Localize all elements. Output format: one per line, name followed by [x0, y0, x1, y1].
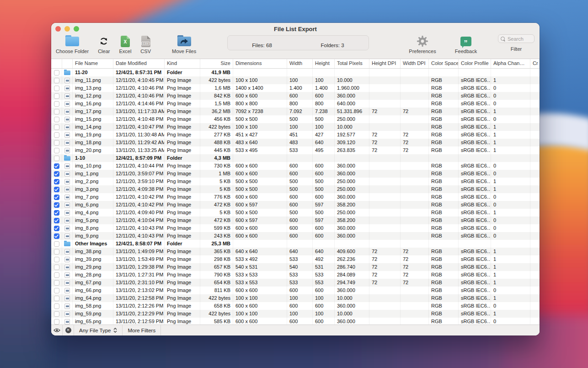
row-checkbox[interactable] [54, 93, 59, 99]
clear-filter-button[interactable]: ✕ [63, 325, 74, 336]
table-row-folder[interactable]: 1-1012/4/21, 8:57:09 PMFolder4,3 MB [51, 154, 540, 162]
more-filters-button[interactable]: More Filters [123, 325, 161, 336]
row-checkbox[interactable] [54, 303, 59, 309]
column-header-alpha_channels[interactable]: Alpha Chan… [491, 59, 530, 68]
row-checkbox[interactable] [54, 249, 59, 254]
row-checkbox[interactable] [54, 109, 59, 114]
table-row-file[interactable]: img_13.png12/11/20, 4:10:46 PMPng Image1… [51, 84, 540, 92]
row-checkbox[interactable] [54, 202, 59, 208]
row-checkbox[interactable] [54, 195, 59, 200]
file-type-dropdown[interactable]: Any File Type [74, 325, 123, 336]
column-header-size[interactable]: Size [200, 59, 233, 68]
table-row-folder[interactable]: Other Images12/4/21, 8:58:07 PMFolder25,… [51, 240, 540, 248]
column-header-created[interactable]: Cr [530, 59, 540, 68]
column-header-height_dpi[interactable]: Height DPI [369, 59, 401, 68]
table-row-file[interactable]: img_8.png12/11/20, 4:10:43 PMPng Image59… [51, 224, 540, 232]
row-checkbox[interactable] [54, 272, 59, 278]
row-checkbox[interactable] [54, 140, 59, 146]
search-input[interactable] [507, 36, 532, 42]
table-row-file[interactable]: img_17.png13/11/20, 11:17:33 AMPng Image… [51, 108, 540, 115]
table-row-file[interactable]: img_2.png12/11/20, 3:59:10 PMPng Image5 … [51, 178, 540, 185]
row-checkbox[interactable] [54, 210, 59, 216]
column-header-date[interactable]: Date Modified [113, 59, 165, 68]
search-field[interactable] [498, 34, 535, 43]
column-header-color_profile[interactable]: Color Profile [459, 59, 491, 68]
csv-export-button[interactable]: CSV CSV [140, 35, 151, 54]
column-header-width[interactable]: Width [287, 59, 313, 68]
row-checkbox[interactable] [54, 124, 59, 130]
table-row-file[interactable]: img_59.png13/11/20, 2:12:29 PMPng Image4… [51, 310, 540, 318]
row-checkbox[interactable] [54, 311, 59, 317]
table-row-file[interactable]: img_39.png13/11/20, 1:53:49 PMPng Image2… [51, 255, 540, 263]
clear-button[interactable]: Clear [98, 35, 110, 54]
cell-color_space [429, 154, 459, 162]
close-button[interactable] [55, 26, 61, 32]
row-checkbox[interactable] [54, 218, 59, 223]
table-row-file[interactable]: img_16.png12/11/20, 4:14:46 PMPng Image1… [51, 100, 540, 108]
column-header-name[interactable]: File Name [73, 59, 113, 68]
table-row-file[interactable]: img_20.png13/11/20, 11:33:25 AMPng Image… [51, 146, 540, 154]
table-row-file[interactable]: img_29.png13/11/20, 1:29:38 PMPng Image6… [51, 263, 540, 271]
table-row-file[interactable]: img_10.png12/11/20, 4:10:44 PMPng Image7… [51, 162, 540, 170]
feedback-button[interactable]: ” Feedback [451, 35, 481, 54]
row-checkbox[interactable] [54, 257, 59, 262]
row-checkbox[interactable] [54, 319, 59, 325]
row-checkbox[interactable] [54, 70, 59, 76]
table-row-file[interactable]: img_1.png12/11/20, 3:59:07 PMPng Image1 … [51, 170, 540, 178]
row-checkbox[interactable] [54, 288, 59, 293]
zoom-button[interactable] [74, 26, 79, 32]
row-checkbox[interactable] [54, 280, 59, 286]
move-files-button[interactable]: Move Files [172, 35, 196, 54]
choose-folder-button[interactable]: Choose Folder [56, 35, 89, 54]
row-checkbox[interactable] [54, 86, 59, 91]
table-row-file[interactable]: img_65.png13/11/20, 2:12:59 PMPng Image5… [51, 318, 540, 325]
row-checkbox[interactable] [54, 163, 59, 169]
row-checkbox[interactable] [54, 171, 59, 177]
table-row-file[interactable]: img_6.png12/11/20, 4:10:42 PMPng Image47… [51, 201, 540, 209]
row-checkbox[interactable] [54, 101, 59, 107]
table-row-file[interactable]: img_58.png13/11/20, 2:12:26 PMPng Image6… [51, 302, 540, 310]
row-checkbox[interactable] [54, 187, 59, 192]
column-header-checkbox[interactable] [51, 59, 62, 68]
table-row-file[interactable]: img_3.png12/11/20, 4:09:38 PMPng Image5 … [51, 185, 540, 193]
table-row-file[interactable]: img_66.png13/11/20, 2:13:02 PMPng Image8… [51, 287, 540, 294]
table-row-file[interactable]: img_9.png12/11/20, 4:10:43 PMPng Image24… [51, 232, 540, 240]
table-row-file[interactable]: img_38.png13/11/20, 1:49:09 PMPng Image3… [51, 248, 540, 255]
excel-export-button[interactable]: X Excel [119, 35, 131, 54]
table-row-file[interactable]: img_67.png13/11/20, 2:31:10 PMPng Image6… [51, 279, 540, 287]
toggle-visibility-button[interactable] [51, 325, 63, 336]
row-checkbox[interactable] [54, 241, 59, 247]
column-header-dimensions[interactable]: Dimensions [233, 59, 287, 68]
table-row-file[interactable]: img_28.png13/11/20, 1:27:31 PMPng Image7… [51, 271, 540, 279]
cell-width_dpi [401, 302, 429, 310]
row-checkbox[interactable] [54, 78, 59, 83]
column-header-width_dpi[interactable]: Width DPI [401, 59, 429, 68]
table-row-file[interactable]: img_12.png12/11/20, 4:10:46 PMPng Image8… [51, 92, 540, 100]
table-row-file[interactable]: img_11.png12/11/20, 4:10:45 PMPng Image4… [51, 76, 540, 84]
row-checkbox[interactable] [54, 226, 59, 231]
row-checkbox[interactable] [54, 233, 59, 239]
table-row-file[interactable]: img_4.png12/11/20, 4:09:40 PMPng Image5 … [51, 209, 540, 216]
table-row-file[interactable]: img_19.png13/11/20, 11:30:48 AMPng Image… [51, 131, 540, 139]
column-header-color_space[interactable]: Color Space [429, 59, 459, 68]
column-header-kind[interactable]: Kind [165, 59, 200, 68]
column-header-total_pixels[interactable]: Total Pixels [335, 59, 369, 68]
table-row-file[interactable]: img_64.png13/11/20, 2:12:58 PMPng Image4… [51, 294, 540, 302]
column-header-height[interactable]: Height [313, 59, 335, 68]
row-checkbox[interactable] [54, 148, 59, 153]
row-checkbox[interactable] [54, 132, 59, 138]
row-checkbox[interactable] [54, 156, 59, 161]
row-checkbox[interactable] [54, 179, 59, 184]
table-row-file[interactable]: img_14.png12/11/20, 4:10:47 PMPng Image4… [51, 123, 540, 131]
table-row-file[interactable]: img_18.png13/11/20, 11:29:42 AMPng Image… [51, 139, 540, 146]
table-row-file[interactable]: img_5.png12/11/20, 4:10:04 PMPng Image47… [51, 216, 540, 224]
table-row-folder[interactable]: 11-2012/4/21, 8:57:31 PMFolder41,9 MB [51, 69, 540, 76]
row-checkbox[interactable] [54, 296, 59, 301]
minimize-button[interactable] [64, 26, 70, 32]
preferences-button[interactable]: Preferences [408, 35, 437, 54]
table-row-file[interactable]: img_7.png12/11/20, 4:10:42 PMPng Image77… [51, 193, 540, 201]
table-row-file[interactable]: img_15.png12/11/20, 4:10:48 PMPng Image4… [51, 115, 540, 123]
row-checkbox[interactable] [54, 117, 59, 122]
column-header-icon[interactable] [62, 59, 73, 68]
row-checkbox[interactable] [54, 265, 59, 270]
